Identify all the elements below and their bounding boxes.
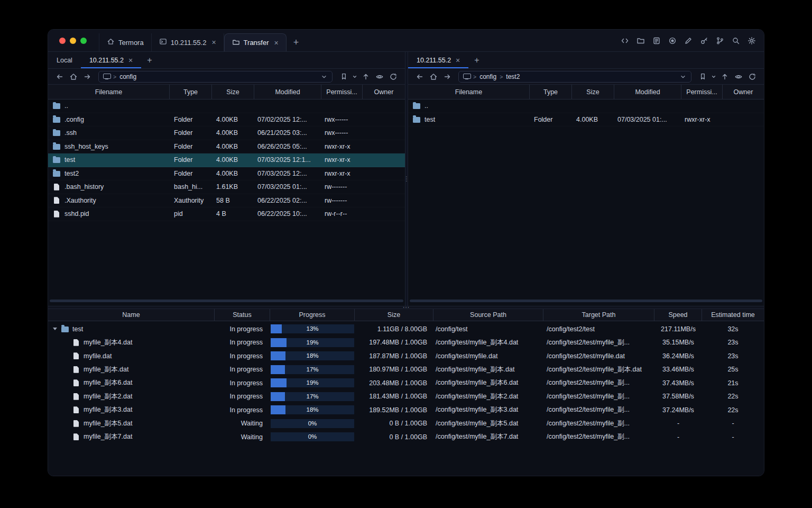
- progress-bar: 17%: [271, 392, 354, 401]
- refresh-icon[interactable]: [746, 71, 758, 83]
- column-header-target-path[interactable]: Target Path: [543, 309, 654, 321]
- transfer-row[interactable]: myfile_副本.dat In progress 17% 180.97MB /…: [48, 363, 764, 377]
- record-icon[interactable]: [666, 34, 679, 48]
- column-header-owner[interactable]: Owner: [723, 85, 764, 99]
- back-icon[interactable]: [414, 71, 426, 83]
- show-hidden-eye-icon[interactable]: [733, 71, 744, 83]
- transfer-row[interactable]: myfile_副本7.dat Waiting 0% 0 B / 1.00GB /…: [48, 430, 764, 444]
- tab-remote-host[interactable]: 10.211.55.2 ×: [408, 52, 468, 68]
- edit-icon[interactable]: [681, 34, 695, 48]
- transfer-row[interactable]: myfile_副本4.dat In progress 19% 197.48MB …: [48, 336, 764, 350]
- zoom-window-button[interactable]: [80, 38, 87, 44]
- search-icon[interactable]: [729, 34, 742, 48]
- file-row[interactable]: ssh_host_keys Folder 4.00KB 06/26/2025 0…: [48, 140, 405, 154]
- breadcrumb-segment[interactable]: test2: [506, 73, 520, 80]
- horizontal-scrollbar[interactable]: [410, 300, 762, 302]
- file-row[interactable]: .bash_history bash_hi... 1.61KB 07/03/20…: [48, 180, 405, 194]
- cell-modified: 07/02/2025 12:...: [254, 113, 321, 126]
- bookmark-dropdown-icon[interactable]: [710, 71, 717, 83]
- cell-source-path: /config/test: [433, 322, 543, 336]
- cell-size: 58 B: [212, 194, 254, 207]
- new-tab-button[interactable]: +: [287, 33, 306, 51]
- settings-icon[interactable]: [745, 34, 758, 48]
- column-header-source-path[interactable]: Source Path: [433, 309, 543, 321]
- home-icon[interactable]: [428, 71, 439, 83]
- transfer-row[interactable]: myfile_副本6.dat In progress 19% 203.48MB …: [48, 376, 764, 390]
- new-panel-tab-button[interactable]: +: [468, 52, 485, 68]
- close-window-button[interactable]: [59, 38, 66, 44]
- path-combo-box[interactable]: > config: [98, 71, 333, 83]
- file-row[interactable]: test2 Folder 4.00KB 07/03/2025 12:... rw…: [48, 167, 405, 181]
- tab-local[interactable]: Local: [48, 52, 81, 68]
- horizontal-scrollbar[interactable]: [50, 300, 403, 302]
- chevron-down-icon[interactable]: [679, 73, 687, 80]
- file-row[interactable]: .ssh Folder 4.00KB 06/21/2025 03:... rwx…: [48, 126, 405, 140]
- cell-filename: .Xauthority: [48, 194, 170, 207]
- column-header-permissions[interactable]: Permissi...: [321, 85, 363, 99]
- refresh-icon[interactable]: [387, 71, 399, 83]
- column-header-filename[interactable]: Filename: [408, 85, 530, 99]
- forward-icon[interactable]: [441, 71, 453, 83]
- cell-size: 4 B: [212, 207, 254, 221]
- home-icon[interactable]: [68, 71, 79, 83]
- log-icon[interactable]: [650, 34, 663, 48]
- key-icon[interactable]: [697, 34, 710, 48]
- close-icon[interactable]: ×: [211, 39, 216, 46]
- column-header-size[interactable]: Size: [572, 85, 614, 99]
- column-header-type[interactable]: Type: [170, 85, 212, 99]
- path-combo-box[interactable]: > config > test2: [458, 71, 691, 83]
- back-icon[interactable]: [54, 71, 66, 83]
- forward-icon[interactable]: [81, 71, 93, 83]
- tab-termora[interactable]: Termora: [99, 33, 152, 51]
- bookmark-icon[interactable]: [338, 71, 349, 83]
- transfer-row[interactable]: test In progress 13% 1.11GB / 8.00GB /co…: [48, 322, 764, 336]
- transfer-row[interactable]: myfile_副本5.dat Waiting 0% 0 B / 1.00GB /…: [48, 417, 764, 431]
- file-row[interactable]: sshd.pid pid 4 B 06/22/2025 10:... rw-r-…: [48, 207, 405, 221]
- column-header-permissions[interactable]: Permissi...: [681, 85, 723, 99]
- file-row[interactable]: .config Folder 4.00KB 07/02/2025 12:... …: [48, 113, 405, 127]
- transfer-row[interactable]: myfile.dat In progress 18% 187.87MB / 1.…: [48, 349, 764, 363]
- column-header-name[interactable]: Name: [48, 309, 215, 321]
- file-row[interactable]: ..: [408, 99, 764, 113]
- column-header-type[interactable]: Type: [530, 85, 572, 99]
- breadcrumb-segment[interactable]: config: [479, 73, 496, 80]
- tab-transfer[interactable]: Transfer ×: [224, 33, 287, 51]
- file-row[interactable]: test Folder 4.00KB 07/03/2025 01:... rwx…: [408, 113, 764, 127]
- minimize-window-button[interactable]: [70, 38, 76, 44]
- folder-icon[interactable]: [634, 34, 647, 48]
- column-header-modified[interactable]: Modified: [254, 85, 321, 99]
- column-header-speed[interactable]: Speed: [654, 309, 702, 321]
- file-row-selected[interactable]: test Folder 4.00KB 07/03/2025 12:1... rw…: [48, 153, 405, 167]
- parent-directory-icon[interactable]: [360, 71, 372, 83]
- close-icon[interactable]: ×: [456, 57, 460, 64]
- new-panel-tab-button[interactable]: +: [141, 52, 158, 68]
- show-hidden-eye-icon[interactable]: [374, 71, 385, 83]
- bookmark-icon[interactable]: [697, 71, 708, 83]
- bookmark-dropdown-icon[interactable]: [352, 71, 358, 83]
- column-header-filename[interactable]: Filename: [48, 85, 170, 99]
- transfer-name: myfile.dat: [84, 352, 112, 360]
- chevron-down-icon[interactable]: [53, 328, 57, 330]
- column-header-size[interactable]: Size: [355, 309, 433, 321]
- close-icon[interactable]: ×: [274, 39, 279, 47]
- code-icon[interactable]: [618, 34, 631, 48]
- column-header-owner[interactable]: Owner: [363, 85, 405, 99]
- file-row[interactable]: .Xauthority Xauthority 58 B 06/22/2025 0…: [48, 194, 405, 208]
- column-header-progress[interactable]: Progress: [270, 309, 355, 321]
- parent-directory-icon[interactable]: [719, 71, 731, 83]
- column-header-modified[interactable]: Modified: [614, 85, 681, 99]
- transfer-row[interactable]: myfile_副本3.dat In progress 18% 189.52MB …: [48, 403, 764, 417]
- breadcrumb-segment[interactable]: config: [119, 73, 136, 80]
- file-row[interactable]: ..: [48, 99, 405, 113]
- tab-host[interactable]: 10.211.55.2 ×: [152, 33, 224, 51]
- column-header-estimated-time[interactable]: Estimated time: [702, 309, 764, 321]
- chevron-down-icon[interactable]: [320, 73, 328, 80]
- branch-icon[interactable]: [713, 34, 726, 48]
- column-header-status[interactable]: Status: [215, 309, 270, 321]
- close-icon[interactable]: ×: [128, 57, 133, 64]
- tab-label: 10.211.55.2: [89, 57, 124, 64]
- tab-remote-host[interactable]: 10.211.55.2 ×: [81, 52, 141, 68]
- cell-permissions: [681, 99, 723, 113]
- transfer-row[interactable]: myfile_副本2.dat In progress 17% 181.43MB …: [48, 390, 764, 404]
- column-header-size[interactable]: Size: [212, 85, 254, 99]
